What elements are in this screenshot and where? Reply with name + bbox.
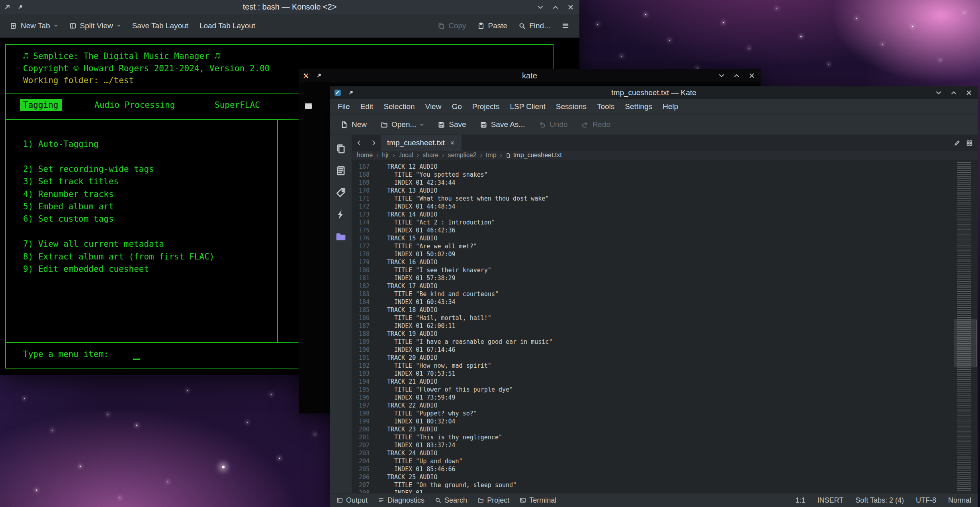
menubar-item[interactable]: Go [446,102,467,111]
maximize-button[interactable] [550,2,561,12]
breadcrumb-item[interactable]: home [357,152,373,159]
split-view-button[interactable]: Split View [65,19,125,33]
pen-icon[interactable] [954,140,960,146]
line-number: 170 [352,187,377,195]
project-button[interactable]: Project [477,496,509,505]
tab-close-icon[interactable] [450,140,455,146]
menubar-item[interactable]: Selection [378,102,420,111]
tag-icon[interactable] [336,187,346,198]
minimize-button[interactable] [716,70,727,81]
find-button[interactable]: Find... [514,19,555,33]
line-text: TITLE "I have a reasnable good ear in mu… [387,338,552,346]
line-number: 204 [352,457,377,465]
line-number: 198 [352,410,377,417]
save-button[interactable]: Save [434,118,470,131]
copy-button[interactable]: Copy [433,19,470,33]
folder-icon[interactable] [335,231,346,242]
editor-line: 187 INDEX 01 62:00:11 [352,322,953,330]
terminal-cursor [133,359,140,360]
breadcrumb-item[interactable]: tmp [486,152,497,159]
line-number: 194 [352,378,377,386]
close-button[interactable] [963,88,974,98]
kate-titlebar[interactable]: tmp_cuesheet.txt — Kate [330,86,978,99]
line-text: TITLE "You spotted snakes" [387,171,488,179]
save-tab-layout-button[interactable]: Save Tab Layout [128,19,193,33]
editor[interactable]: 167 TRACK 12 AUDIO 168 TITLE "You spotte… [352,160,953,493]
diagnostics-button[interactable]: Diagnostics [378,496,424,505]
tui-tab-superflac: SuperFLAC [215,100,260,110]
tab-next-button[interactable] [366,135,381,151]
maximize-button[interactable] [948,88,959,98]
breadcrumb-item[interactable]: share [423,152,438,159]
editor-line: 167 TRACK 12 AUDIO [352,163,953,171]
line-number: 189 [352,338,377,346]
close-button[interactable] [565,2,576,12]
minimize-button[interactable] [535,2,546,12]
search-button[interactable]: Search [435,496,467,505]
menubar-item[interactable]: File [333,102,355,111]
paste-button[interactable]: Paste [473,19,512,33]
insert-mode[interactable]: INSERT [818,496,844,505]
breadcrumb-item[interactable]: semplice2 [448,152,477,159]
editor-line: 170 TRACK 13 AUDIO [352,187,953,195]
minimap-viewport[interactable] [954,320,977,367]
output-button[interactable]: Output [336,496,368,505]
konsole-titlebar[interactable]: test : bash — Konsole <2> [0,0,579,14]
breadcrumb-file[interactable]: tmp_cuesheet.txt [506,152,562,159]
line-text: TITLE "Puppet? why so?" [387,410,477,417]
editor-line: 179 TRACK 16 AUDIO [352,258,953,266]
editor-line: 172 INDEX 01 44:48:54 [352,203,953,211]
menubar-item[interactable]: Edit [355,102,379,111]
menubar-item[interactable]: LSP Client [505,102,550,111]
mode[interactable]: Normal [948,496,971,505]
kate-host-titlebar[interactable]: kate [299,69,761,82]
hamburger-menu-button[interactable] [557,19,574,33]
line-text: TITLE "Up and down" [387,457,463,465]
tab-tmp-cuesheet[interactable]: tmp_cuesheet.txt [381,135,462,151]
save-icon [438,121,445,129]
breadcrumb-item[interactable]: hjr [382,152,389,159]
editor-line: 200 TRACK 23 AUDIO [352,425,953,433]
redo-button[interactable]: Redo [577,118,614,131]
editor-line: 180 TITLE "I see their knavery" [352,266,953,274]
cursor-position[interactable]: 1:1 [796,496,806,505]
load-tab-layout-button[interactable]: Load Tab Layout [195,19,260,33]
menubar-item[interactable]: View [420,102,447,111]
minimap[interactable] [953,160,978,493]
menubar-item[interactable]: Settings [620,102,657,111]
file-list-icon[interactable] [336,166,346,176]
close-button[interactable] [746,70,757,81]
menubar-item[interactable]: Help [657,102,683,111]
soft-tabs[interactable]: Soft Tabs: 2 (4) [855,496,904,505]
line-text: INDEX 01 85:46:66 [387,465,456,473]
redo-icon [581,121,589,129]
encoding[interactable]: UTF-8 [916,496,936,505]
chevron-down-icon [420,123,424,127]
undo-button[interactable]: Undo [534,118,571,131]
new-tab-button[interactable]: New Tab [6,19,63,33]
menubar-item[interactable]: Projects [467,102,505,111]
menubar-item[interactable]: Sessions [551,102,592,111]
documents-icon[interactable] [336,144,346,154]
tab-prev-button[interactable] [352,135,366,151]
line-text: TRACK 21 AUDIO [387,378,437,386]
search-icon [435,497,441,503]
lightning-icon[interactable] [336,209,346,220]
maximize-button[interactable] [731,70,742,81]
konsole-toolbar: New Tab Split View Save Tab Layout Load … [0,14,579,38]
line-text: TRACK 15 AUDIO [387,234,437,242]
grid-icon[interactable] [966,140,973,146]
new-file-icon [340,121,348,129]
editor-line: 197 TRACK 22 AUDIO [352,402,953,410]
editor-line: 173 TRACK 14 AUDIO [352,211,953,218]
menubar-item[interactable]: Tools [592,102,620,111]
line-number: 173 [352,211,377,218]
terminal-button[interactable]: Terminal [520,496,556,505]
open-button[interactable]: Open... [376,118,428,131]
save-as-button[interactable]: Save As... [476,118,529,131]
minimize-button[interactable] [933,88,944,98]
new-button[interactable]: New [336,118,371,131]
line-number: 167 [352,163,377,171]
line-number: 178 [352,250,377,258]
breadcrumb-item[interactable]: .local [398,152,413,159]
